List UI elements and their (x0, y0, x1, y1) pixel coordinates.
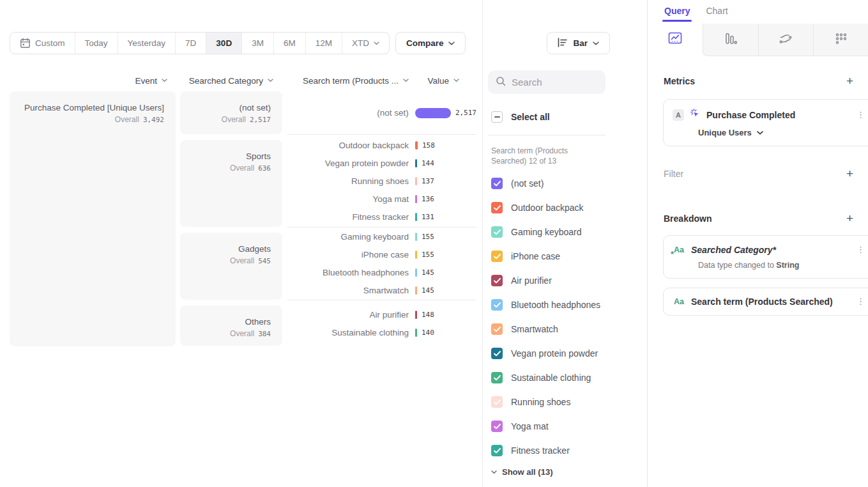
value-label: 148 (422, 311, 434, 319)
tab-query[interactable]: Query (664, 6, 690, 22)
term-row[interactable]: Smartwatch 145 (287, 282, 476, 300)
search-input[interactable] (512, 77, 595, 88)
report-tab-insights[interactable] (648, 24, 703, 56)
kebab-menu-icon[interactable]: ⋮ (857, 298, 865, 305)
term-label: Sustainable clothing (287, 328, 409, 337)
show-all-button[interactable]: Show all (13) (491, 467, 552, 477)
term-row[interactable]: iPhone case 155 (287, 246, 476, 264)
series-checkbox[interactable] (491, 275, 503, 286)
series-checkbox[interactable] (491, 396, 503, 408)
range-today[interactable]: Today (75, 33, 118, 54)
term-row[interactable]: (not set) 2,517 (287, 104, 476, 122)
range-7d[interactable]: 7D (176, 33, 206, 54)
series-item[interactable]: Yoga mat (491, 414, 638, 438)
category-cell[interactable]: Gadgets Overall545 (180, 233, 282, 300)
term-row[interactable]: Bluetooth headphones 145 (287, 264, 476, 282)
series-checkbox[interactable] (491, 323, 503, 335)
series-checkbox[interactable] (491, 299, 503, 311)
range-30d[interactable]: 30D (206, 33, 242, 54)
series-item[interactable]: Smartwatch (491, 317, 638, 341)
compare-button[interactable]: Compare (395, 32, 466, 54)
term-label: Gaming keyboard (287, 232, 409, 242)
kebab-menu-icon[interactable]: ⋮ (857, 246, 865, 254)
series-checkbox[interactable] (491, 226, 503, 238)
series-checkbox[interactable] (491, 372, 503, 383)
term-row[interactable]: Fitness tracker 131 (287, 208, 476, 226)
series-label: (not set) (511, 178, 544, 189)
range-3m[interactable]: 3M (242, 33, 274, 54)
category-cell[interactable]: Sports Overall636 (180, 140, 282, 227)
series-item[interactable]: Gaming keyboard (491, 220, 638, 244)
metric-card[interactable]: A Purchase Completed ⋮ Unique Users (663, 99, 868, 146)
series-checkbox[interactable] (491, 348, 503, 359)
category-cell[interactable]: Others Overall384 (180, 305, 282, 346)
term-row[interactable]: Vegan protein powder 144 (287, 154, 476, 172)
series-checkbox[interactable] (491, 178, 503, 189)
report-tab-retention[interactable] (813, 24, 868, 56)
term-row[interactable]: Gaming keyboard 155 (287, 228, 476, 246)
range-6m[interactable]: 6M (274, 33, 306, 54)
add-breakdown-button[interactable]: + (846, 213, 853, 224)
select-all[interactable]: Select all (491, 111, 550, 123)
series-label: Fitness tracker (511, 445, 570, 456)
range-12m[interactable]: 12M (306, 33, 342, 54)
term-row[interactable]: Outdoor backpack 158 (287, 136, 476, 154)
series-search[interactable] (488, 70, 605, 94)
category-cell[interactable]: (not set) Overall2,517 (180, 91, 282, 134)
column-header-value[interactable]: Value (358, 74, 459, 87)
event-cell[interactable]: Purchase Completed [Unique Users] Overal… (10, 91, 176, 346)
range-custom[interactable]: Custom (10, 33, 75, 54)
report-tab-flows[interactable] (758, 24, 814, 56)
term-row[interactable]: Yoga mat 136 (287, 190, 476, 208)
term-label: Yoga mat (287, 194, 409, 204)
filter-section-header: Filter + (664, 168, 853, 180)
search-icon (496, 76, 506, 89)
range-xtd[interactable]: XTD (342, 33, 389, 54)
metric-measure-selector[interactable]: Unique Users (698, 128, 865, 137)
series-item[interactable]: Outdoor backpack (491, 196, 638, 220)
insights-icon (668, 32, 682, 48)
term-group: Outdoor backpack 158Vegan protein powder… (287, 135, 476, 228)
query-sidebar: Query Chart (647, 0, 868, 487)
breakdown-section-header: Breakdown + (664, 213, 853, 224)
series-item[interactable]: Air purifier (491, 268, 638, 293)
flows-icon (779, 32, 793, 48)
series-item[interactable]: Running shoes (491, 390, 638, 414)
column-header-event[interactable]: Event (10, 74, 167, 87)
series-item[interactable]: (not set) (491, 171, 638, 196)
term-row[interactable]: Air purifier 148 (287, 305, 476, 323)
divider (488, 135, 605, 135)
term-row[interactable]: Running shoes 137 (287, 172, 476, 190)
series-checkbox[interactable] (491, 202, 503, 213)
series-label: Sustainable clothing (511, 373, 591, 383)
series-label: Running shoes (511, 397, 570, 407)
breakdown-card-searched-category[interactable]: Aa Searched Category* ⋮ Data type change… (663, 235, 868, 279)
series-item[interactable]: Sustainable clothing (491, 366, 638, 390)
range-yesterday[interactable]: Yesterday (118, 33, 176, 54)
series-checkbox[interactable] (491, 251, 503, 262)
series-item[interactable]: Vegan protein powder (491, 341, 638, 366)
term-group: Air purifier 148Sustainable clothing 140 (287, 300, 476, 346)
indeterminate-checkbox[interactable] (491, 111, 503, 123)
term-label: Bluetooth headphones (287, 268, 409, 277)
series-item[interactable]: Fitness tracker (491, 438, 638, 463)
series-checkbox[interactable] (491, 421, 503, 432)
term-row[interactable]: Sustainable clothing 140 (287, 323, 476, 341)
chevron-down-icon (374, 42, 379, 45)
term-label: Outdoor backpack (287, 141, 409, 150)
add-metric-button[interactable]: + (846, 75, 853, 87)
series-checkbox[interactable] (491, 445, 503, 456)
value-label: 140 (422, 329, 434, 337)
series-item[interactable]: iPhone case (491, 244, 638, 268)
add-filter-button[interactable]: + (846, 168, 853, 180)
tab-chart[interactable]: Chart (706, 6, 727, 22)
category-name: Gadgets (187, 243, 271, 255)
value-label: 2,517 (455, 109, 476, 117)
kebab-menu-icon[interactable]: ⋮ (857, 111, 865, 119)
series-item[interactable]: Bluetooth headphones (491, 293, 638, 317)
series-label: Outdoor backpack (511, 203, 584, 213)
column-header-searched-category[interactable]: Searched Category (180, 74, 273, 87)
category-name: Sports (187, 150, 271, 162)
breakdown-card-search-term[interactable]: Aa Search term (Products Searched) ⋮ (663, 288, 868, 316)
report-tab-funnels[interactable] (703, 24, 758, 56)
